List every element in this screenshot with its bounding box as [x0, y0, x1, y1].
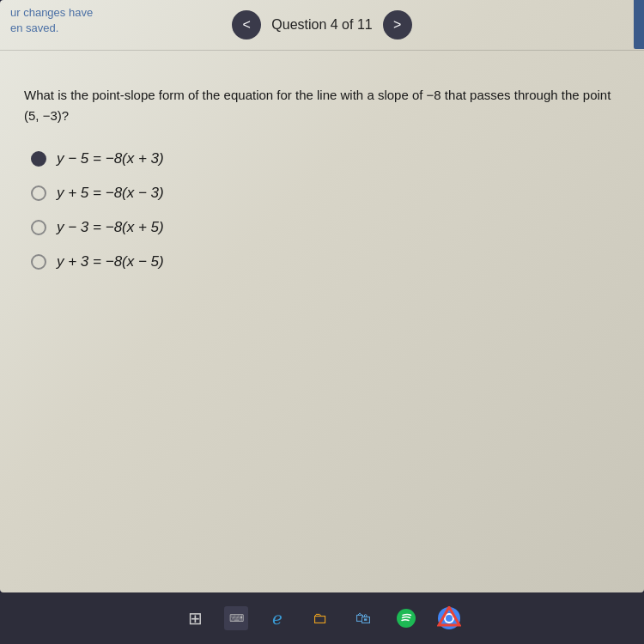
taskbar-windows-icon[interactable]: ⊞: [181, 605, 209, 632]
radio-c[interactable]: [31, 220, 46, 235]
option-d[interactable]: y + 3 = −8(x − 5): [31, 253, 620, 270]
question-label: Question 4 of 11: [271, 17, 372, 33]
side-tab[interactable]: [634, 0, 644, 49]
option-a[interactable]: y − 5 = −8(x + 3): [31, 150, 620, 167]
taskbar-spotify-icon[interactable]: [392, 605, 420, 632]
top-bar: ur changes have en saved. < Question 4 o…: [0, 0, 644, 46]
taskbar: ⊞ ⌨ ℯ 🗀 🛍: [0, 592, 644, 644]
save-line2: en saved.: [10, 21, 93, 36]
radio-b[interactable]: [31, 185, 46, 201]
nav-controls: < Question 4 of 11 >: [232, 7, 411, 39]
taskbar-edge-icon[interactable]: ℯ: [264, 605, 291, 632]
option-c-text: y − 3 = −8(x + 5): [57, 219, 164, 236]
taskbar-chrome-icon[interactable]: [435, 605, 463, 632]
option-b-text: y + 5 = −8(x − 3): [57, 185, 164, 202]
question-text: What is the point-slope form of the equa…: [24, 85, 620, 126]
content-area: What is the point-slope form of the equa…: [0, 64, 644, 291]
divider: [0, 50, 644, 51]
radio-d[interactable]: [31, 254, 46, 270]
quiz-screen: ur changes have en saved. < Question 4 o…: [0, 0, 644, 592]
svg-point-3: [446, 615, 453, 622]
radio-a[interactable]: [31, 151, 46, 167]
taskbar-search-icon[interactable]: ⌨: [224, 606, 248, 630]
taskbar-file-icon[interactable]: 🗀: [307, 605, 334, 632]
next-button[interactable]: >: [383, 10, 412, 39]
save-notice: ur changes have en saved.: [0, 0, 103, 41]
prev-button[interactable]: <: [232, 10, 261, 39]
save-line1: ur changes have: [10, 5, 93, 21]
option-a-text: y − 5 = −8(x + 3): [57, 150, 164, 167]
answer-options: y − 5 = −8(x + 3) y + 5 = −8(x − 3) y − …: [24, 150, 620, 270]
option-c[interactable]: y − 3 = −8(x + 5): [31, 219, 620, 236]
svg-point-0: [397, 609, 416, 628]
option-b[interactable]: y + 5 = −8(x − 3): [31, 185, 620, 202]
taskbar-store-icon[interactable]: 🛍: [349, 605, 377, 632]
option-d-text: y + 3 = −8(x − 5): [57, 253, 164, 270]
